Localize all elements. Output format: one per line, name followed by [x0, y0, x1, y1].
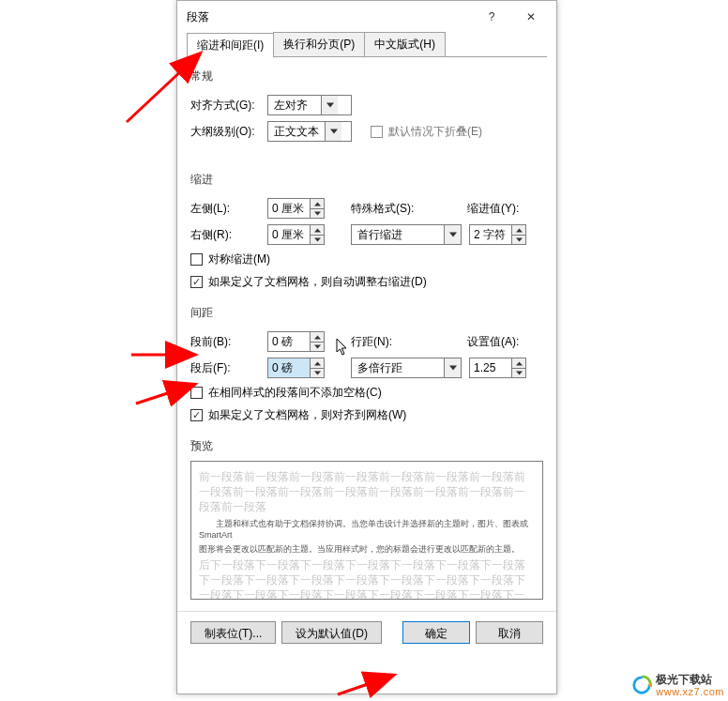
preview-mid1: 主题和样式也有助于文档保持协调。当您单击设计并选择新的主题时，图片、图表或 Sm…: [199, 518, 535, 541]
preview-box: 前一段落前一段落前一段落前一段落前一段落前一段落前一段落前一段落前一段落前一段落…: [190, 461, 543, 600]
chevron-down-icon: [444, 225, 461, 244]
space-before-label: 段前(B):: [190, 334, 267, 350]
section-general-legend: 常规: [190, 65, 543, 91]
mirror-indent-checkbox[interactable]: [190, 253, 203, 266]
alignment-select[interactable]: 左对齐: [267, 95, 352, 115]
special-combo[interactable]: 首行缩进: [351, 224, 462, 245]
by-spinner[interactable]: [469, 224, 526, 245]
paragraph-dialog: 段落 ? ✕ 缩进和间距(I) 换行和分页(P) 中文版式(H) 常规 对齐方式…: [176, 0, 557, 694]
chevron-up-icon[interactable]: [311, 358, 324, 368]
auto-adjust-checkbox[interactable]: [190, 276, 203, 288]
linespacing-combo[interactable]: 多倍行距: [351, 358, 462, 378]
space-before-input[interactable]: [268, 332, 310, 351]
ok-button[interactable]: 确定: [402, 621, 470, 644]
set-default-button[interactable]: 设为默认值(D): [281, 621, 382, 644]
cancel-button[interactable]: 取消: [476, 621, 543, 644]
preview-before: 前一段落前一段落前一段落前一段落前一段落前一段落前一段落前一段落前一段落前一段落…: [199, 469, 535, 515]
dialog-body: 常规 对齐方式(G): 左对齐 大纲级别(O): 正文文本 默认情况下折叠(E): [177, 57, 556, 611]
snap-grid-checkbox[interactable]: [190, 409, 203, 421]
chevron-down-icon[interactable]: [311, 368, 324, 377]
titlebar: 段落 ? ✕: [177, 1, 556, 33]
at-input[interactable]: [470, 358, 511, 377]
outline-level-label: 大纲级别(O):: [190, 124, 267, 140]
chevron-down-icon: [444, 358, 461, 377]
section-preview-legend: 预览: [190, 434, 543, 461]
space-before-spinner[interactable]: [267, 331, 325, 352]
no-space-same-style-label: 在相同样式的段落间不添加空格(C): [208, 385, 382, 401]
collapse-label: 默认情况下折叠(E): [388, 124, 482, 140]
outline-level-select[interactable]: 正文文本: [267, 121, 352, 142]
indent-left-input[interactable]: [268, 199, 310, 218]
at-label: 设置值(A):: [467, 334, 529, 350]
no-space-same-style-checkbox[interactable]: [190, 387, 203, 399]
section-spacing: 间距 段前(B): 行距(N): 设置值(A): 段后(F):: [190, 301, 543, 427]
section-preview: 预览 前一段落前一段落前一段落前一段落前一段落前一段落前一段落前一段落前一段落前…: [190, 434, 543, 600]
by-label: 缩进值(Y):: [467, 201, 529, 217]
chevron-down-icon: [325, 122, 341, 141]
tabs-button[interactable]: 制表位(T)...: [190, 621, 276, 644]
mirror-indent-label: 对称缩进(M): [208, 251, 270, 267]
chevron-down-icon[interactable]: [311, 208, 324, 218]
tab-line-page-breaks[interactable]: 换行和分页(P): [273, 32, 365, 56]
indent-left-spinner[interactable]: [267, 198, 325, 219]
indent-right-spinner[interactable]: [267, 224, 325, 245]
special-label: 特殊格式(S):: [351, 201, 430, 217]
by-input[interactable]: [470, 225, 511, 244]
collapse-checkbox: [371, 126, 383, 138]
close-button[interactable]: ✕: [511, 3, 551, 31]
dialog-footer: 制表位(T)... 设为默认值(D) 确定 取消: [177, 611, 556, 652]
space-after-label: 段后(F):: [190, 360, 267, 376]
section-indent: 缩进 左侧(L): 特殊格式(S): 缩进值(Y): 右侧(R):: [190, 168, 543, 294]
chevron-up-icon[interactable]: [311, 332, 324, 342]
chevron-up-icon[interactable]: [311, 199, 324, 208]
tab-indent-spacing[interactable]: 缩进和间距(I): [187, 33, 274, 57]
tabbar: 缩进和间距(I) 换行和分页(P) 中文版式(H): [187, 33, 547, 57]
section-indent-legend: 缩进: [190, 168, 543, 194]
help-icon: ?: [489, 10, 495, 23]
auto-adjust-label: 如果定义了文档网格，则自动调整右缩进(D): [208, 274, 427, 290]
preview-after: 后下一段落下一段落下一段落下一段落下一段落下一段落下一段落下一段落下一段落下一段…: [199, 557, 535, 600]
chevron-down-icon[interactable]: [311, 235, 324, 244]
cursor-icon: [336, 338, 349, 357]
indent-right-input[interactable]: [268, 225, 310, 244]
chevron-down-icon[interactable]: [512, 368, 525, 377]
chevron-up-icon[interactable]: [311, 225, 324, 235]
tab-asian-typography[interactable]: 中文版式(H): [364, 32, 446, 56]
indent-left-label: 左侧(L):: [190, 201, 267, 217]
chevron-down-icon[interactable]: [311, 342, 324, 351]
chevron-up-icon[interactable]: [512, 358, 525, 368]
section-general: 常规 对齐方式(G): 左对齐 大纲级别(O): 正文文本 默认情况下折叠(E): [190, 65, 543, 145]
watermark-url: www.xz7.com: [656, 686, 724, 697]
space-after-spinner[interactable]: [267, 358, 325, 378]
section-spacing-legend: 间距: [190, 301, 543, 328]
indent-right-label: 右侧(R):: [190, 227, 267, 243]
watermark: 极光下载站 www.xz7.com: [631, 674, 724, 697]
at-spinner[interactable]: [469, 358, 526, 378]
window-title: 段落: [187, 9, 472, 25]
snap-grid-label: 如果定义了文档网格，则对齐到网格(W): [208, 407, 406, 423]
space-after-input[interactable]: [268, 358, 310, 377]
help-button[interactable]: ?: [472, 3, 511, 31]
linespacing-label: 行距(N):: [351, 334, 430, 350]
chevron-down-icon[interactable]: [512, 235, 525, 244]
chevron-up-icon[interactable]: [512, 225, 525, 235]
watermark-logo-icon: [631, 675, 652, 695]
alignment-label: 对齐方式(G):: [190, 98, 267, 114]
preview-mid2: 图形将会更改以匹配新的主题。当应用样式时，您的标题会进行更改以匹配新的主题。: [199, 543, 535, 555]
chevron-down-icon: [321, 96, 338, 114]
close-icon: ✕: [526, 10, 536, 23]
watermark-name: 极光下载站: [656, 674, 724, 686]
